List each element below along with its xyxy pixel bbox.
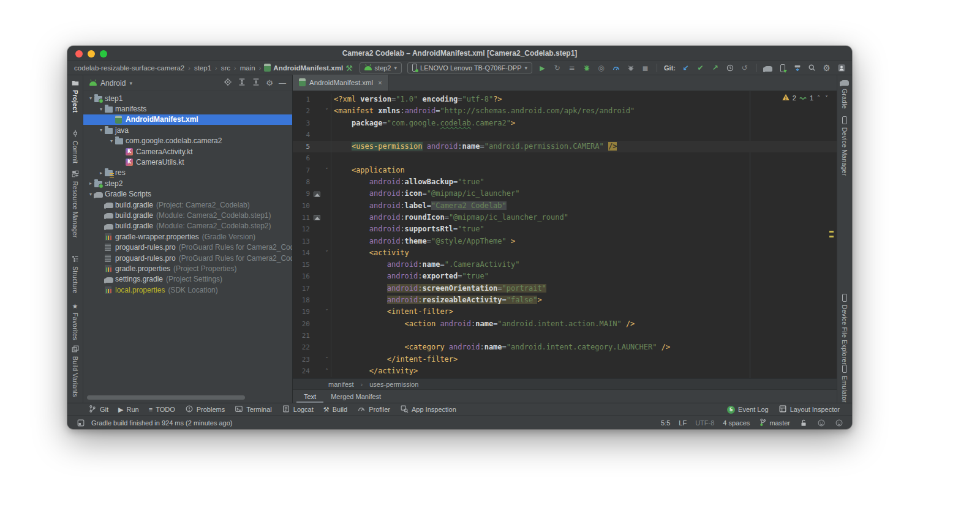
code-text[interactable]: </intent-filter>: [331, 354, 837, 365]
search-icon[interactable]: [807, 63, 816, 73]
chevron-down-icon[interactable]: ▾: [108, 138, 115, 144]
breadcrumb-item[interactable]: main: [239, 64, 256, 72]
code-line[interactable]: 22 <category android:name="android.inten…: [293, 342, 837, 353]
code-text[interactable]: android:resizeableActivity="false">: [331, 294, 837, 306]
code-text[interactable]: [331, 129, 837, 141]
code-line[interactable]: 15 android:name=".CameraActivity": [293, 259, 837, 271]
debug-button[interactable]: [582, 63, 591, 73]
gear-icon[interactable]: ⚙: [266, 78, 273, 88]
attach-debugger-button[interactable]: ◎: [597, 63, 606, 73]
breadcrumb-item[interactable]: src: [221, 64, 231, 72]
prev-issue-button[interactable]: ˄: [816, 95, 821, 102]
editor-breadcrumb-item[interactable]: uses-permission: [369, 381, 418, 388]
code-line[interactable]: 23˄ </intent-filter>: [293, 354, 837, 365]
code-text[interactable]: <?xml version="1.0" encoding="utf-8"?>: [331, 94, 837, 105]
gradle-sync-button[interactable]: [763, 63, 772, 73]
toolwindow-button-git[interactable]: Git: [83, 403, 113, 416]
sidebar-item-gradle[interactable]: Gradle: [840, 79, 849, 109]
toolwindow-button-event-log[interactable]: 5Event Log: [722, 406, 774, 414]
code-line[interactable]: 7˅ <application: [293, 165, 837, 176]
tree-row[interactable]: gradle-wrapper.properties(Gradle Version…: [83, 231, 292, 242]
tree-row[interactable]: AndroidManifest.xml: [83, 114, 292, 125]
code-line[interactable]: 10 android:label="Camera2 Codelab": [293, 200, 837, 212]
code-line[interactable]: 1<?xml version="1.0" encoding="utf-8"?>: [293, 94, 837, 105]
run-button[interactable]: ▶: [538, 63, 547, 73]
stop-button[interactable]: ■: [641, 63, 650, 73]
sidebar-item-structure[interactable]: Structure: [71, 255, 80, 293]
tree-row[interactable]: ▾com.google.codelab.camera2: [83, 136, 292, 146]
rollback-button[interactable]: ↺: [740, 63, 749, 73]
chevron-down-icon[interactable]: ▾: [97, 127, 105, 133]
toolwindow-button-build[interactable]: ⚒Build: [318, 403, 352, 416]
titlebar[interactable]: Camera2 Codelab – AndroidManifest.xml [C…: [67, 46, 852, 61]
git-branch-widget[interactable]: master: [758, 418, 790, 428]
code-line[interactable]: 13 android:theme="@style/AppTheme" >: [293, 236, 837, 247]
sidebar-item-favorites[interactable]: ★Favorites: [72, 302, 79, 340]
toolwindow-button-profiler[interactable]: Profiler: [352, 403, 395, 416]
expand-all-button[interactable]: [238, 78, 246, 88]
breadcrumb-file[interactable]: AndroidManifest.xml: [264, 64, 343, 73]
tree-row[interactable]: build.gradle(Project: Camera2_Codelab): [83, 200, 292, 210]
tree-row[interactable]: ▾step1: [83, 93, 292, 103]
fold-marker[interactable]: ˄: [323, 354, 331, 365]
sidebar-item-commit[interactable]: Commit: [71, 129, 80, 163]
smiley-icon[interactable]: [816, 418, 826, 428]
inspections-widget[interactable]: 2 1 ˄ ˅: [782, 93, 829, 103]
code-text[interactable]: android:exported="true": [331, 271, 837, 282]
sidebar-item-emulator[interactable]: Emulator: [841, 365, 848, 403]
line-separator[interactable]: LF: [679, 419, 687, 427]
breadcrumb-item[interactable]: codelab-resizable-surface-camera2: [74, 64, 185, 72]
code-text[interactable]: <intent-filter>: [331, 306, 837, 318]
device-dropdown[interactable]: LENOVO Lenovo TB-Q706F-DPP ▾: [407, 62, 532, 73]
fold-marker[interactable]: ˅: [323, 165, 331, 176]
editor-breadcrumbs[interactable]: manifest›uses-permission: [293, 378, 837, 389]
breadcrumb-item[interactable]: step1: [194, 64, 212, 72]
tree-row[interactable]: build.gradle(Module: Camera2_Codelab.ste…: [83, 221, 292, 231]
code-text[interactable]: [331, 152, 837, 164]
code-text[interactable]: android:supportsRtl="true": [331, 223, 837, 235]
toolwindow-button-app-inspection[interactable]: App Inspection: [395, 403, 461, 416]
apply-changes-button[interactable]: ≡: [567, 63, 576, 73]
code-line[interactable]: 17 android:screenOrientation="portrait": [293, 283, 837, 294]
tree-row[interactable]: ▸step2: [83, 178, 292, 189]
code-text[interactable]: android:roundIcon="@mipmap/ic_launcher_r…: [331, 212, 837, 223]
code-line[interactable]: 12 android:supportsRtl="true": [293, 223, 837, 235]
chevron-down-icon[interactable]: ▾: [97, 106, 105, 112]
code-line[interactable]: 2˅<manifest xmlns:android="http://schema…: [293, 105, 837, 117]
restart-activity-button[interactable]: ↻: [552, 63, 562, 73]
code-line[interactable]: 3 package="com.google.codelab.camera2">: [293, 118, 837, 129]
tree-row[interactable]: KCameraActivity.kt: [83, 146, 292, 157]
sidebar-item-project[interactable]: Project: [71, 78, 80, 113]
tree-row[interactable]: settings.gradle(Project Settings): [83, 274, 292, 285]
code-line[interactable]: 20 <action android:name="android.intent.…: [293, 318, 837, 330]
profiler-button[interactable]: [611, 63, 620, 73]
fold-marker[interactable]: ˅: [323, 306, 331, 318]
code-text[interactable]: <application: [331, 165, 837, 176]
vcs-push-button[interactable]: ↗: [710, 63, 720, 73]
sidebar-item-build-variants[interactable]: Build Variants: [71, 345, 80, 397]
tree-row[interactable]: proguard-rules.pro(ProGuard Rules for Ca…: [83, 242, 292, 252]
code-text[interactable]: android:label="Camera2 Codelab": [331, 200, 837, 212]
toolwindow-button-layout-inspector[interactable]: Layout Inspector: [774, 405, 845, 414]
toolwindow-button-terminal[interactable]: Terminal: [230, 403, 277, 416]
hide-panel-button[interactable]: —: [279, 79, 286, 88]
code-line[interactable]: 6: [293, 152, 837, 164]
vcs-commit-button[interactable]: ✔: [696, 63, 705, 73]
code-text[interactable]: package="com.google.codelab.camera2">: [331, 118, 837, 129]
tab-text[interactable]: Text: [296, 390, 323, 403]
select-opened-file-button[interactable]: [224, 78, 232, 88]
tree-row[interactable]: build.gradle(Module: Camera2_Codelab.ste…: [83, 210, 292, 220]
code-text[interactable]: <activity: [331, 247, 837, 259]
avatar[interactable]: [837, 63, 846, 73]
fold-marker[interactable]: ˅: [323, 105, 331, 117]
code-line[interactable]: 19˅ <intent-filter>: [293, 306, 837, 318]
device-manager-button[interactable]: [778, 63, 787, 73]
build-hammer-icon[interactable]: ⚒: [345, 63, 354, 73]
code-line[interactable]: 24˄ </activity>: [293, 365, 837, 377]
code-text[interactable]: </activity>: [331, 365, 837, 377]
history-icon[interactable]: [725, 63, 734, 73]
indent-setting[interactable]: 4 spaces: [723, 419, 750, 427]
tree-row[interactable]: ▾Gradle Scripts: [83, 189, 292, 200]
sidebar-item-device-manager[interactable]: Device Manager: [841, 116, 848, 176]
zoom-window-button[interactable]: [100, 50, 107, 58]
